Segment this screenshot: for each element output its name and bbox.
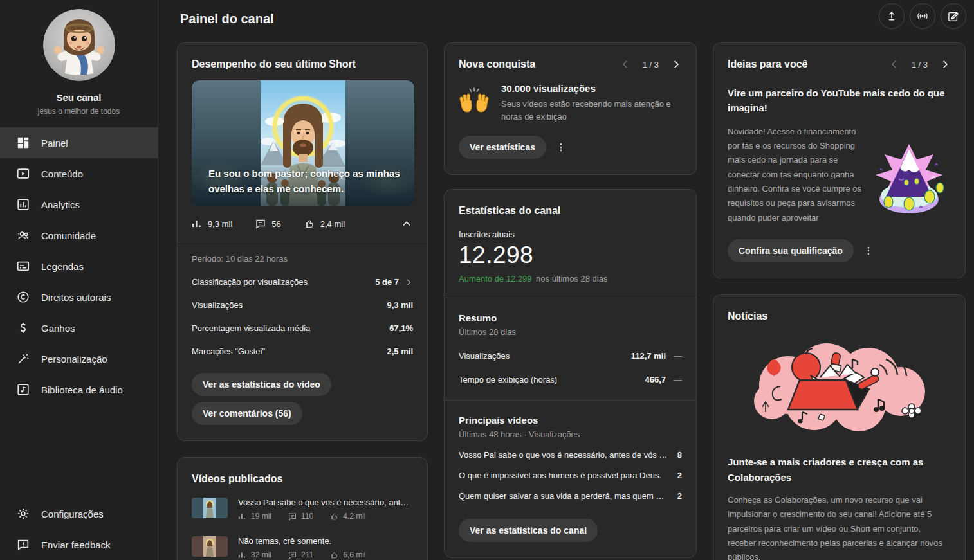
kebab-menu-icon <box>555 141 567 153</box>
top-video-row-3[interactable]: Quem quiser salvar a sua vida a perderá,… <box>459 491 682 501</box>
check-eligibility-button[interactable]: Confira sua qualificação <box>728 239 854 262</box>
achievement-menu-button[interactable] <box>555 141 567 153</box>
short-comments-stat: 56 <box>255 219 280 229</box>
create-icon <box>947 10 960 23</box>
views-icon <box>238 512 246 521</box>
top-video-row-2[interactable]: O que é impossível aos homens é possível… <box>459 471 682 480</box>
news-title: Notícias <box>728 311 951 322</box>
sidebar-item-comunidade[interactable]: Comunidade <box>0 220 158 251</box>
sidebar-item-legendas[interactable]: Legendas <box>0 251 158 282</box>
sidebar-item-label: Enviar feedback <box>41 539 111 550</box>
sidebar-item-conteudo[interactable]: Conteúdo <box>0 158 158 189</box>
top-video-title: Vosso Pai sabe o que vos é necessário, a… <box>459 450 668 460</box>
trend-sparkline: — <box>674 351 682 361</box>
video-info: Não temas, crê somente. 32 mil <box>238 536 383 559</box>
latest-short-card: Desempenho do seu último Short <box>177 42 428 441</box>
short-period: Período: 10 dias 22 horas <box>192 254 413 264</box>
sidebar-item-biblioteca-audio[interactable]: Biblioteca de áudio <box>0 374 158 405</box>
sidebar-item-ganhos[interactable]: Ganhos <box>0 312 158 343</box>
subtitles-icon <box>15 258 31 274</box>
sidebar-item-painel[interactable]: Painel <box>0 127 158 158</box>
top-videos-period: Últimas 48 horas · Visualizações <box>459 429 682 439</box>
news-heading: Junte-se a mais criadores e cresça com a… <box>728 455 940 485</box>
channel-avatar[interactable] <box>43 9 115 81</box>
published-video-row-1[interactable]: Vosso Pai sabe o que vos é necessário, a… <box>192 498 413 521</box>
top-video-row-1[interactable]: Vosso Pai sabe o que vos é necessário, a… <box>459 450 682 460</box>
ideas-menu-button[interactable] <box>863 245 874 257</box>
sidebar-item-label: Configurações <box>41 509 104 519</box>
sidebar-item-personalizacao[interactable]: Personalização <box>0 343 158 374</box>
channel-handle: jesus o melhor de todos <box>0 107 158 116</box>
summary-row-views: Visualizações 112,7 mil — <box>459 351 682 361</box>
summary-value: 466,7 <box>645 375 666 384</box>
latest-short-title: Desempenho do seu último Short <box>192 59 413 70</box>
upload-video-button[interactable] <box>879 3 905 29</box>
short-thumbnail[interactable]: Eu sou o bom pastor; conheço as minhas o… <box>192 80 414 206</box>
subscribers-growth: Aumento de 12.299 nos últimos 28 dias <box>459 274 682 284</box>
pager-prev-button[interactable] <box>620 59 631 70</box>
channel-avatar-image <box>43 9 115 81</box>
upload-icon <box>885 10 898 23</box>
like-icon <box>304 219 315 229</box>
video-title[interactable]: Vosso Pai sabe o que vos é necessário, a… <box>238 498 413 507</box>
metric-label: Visualizações <box>192 300 243 310</box>
pager-prev-button[interactable] <box>888 59 900 70</box>
short-caption: Eu sou o bom pastor; conheço as minhas o… <box>208 166 405 197</box>
metric-row-likes: Marcações "Gostei" 2,5 mil <box>192 347 413 356</box>
column-3: Ideias para você 1 / 3 <box>713 42 966 560</box>
sidebar-item-label: Ganhos <box>41 323 75 334</box>
sidebar-item-label: Comunidade <box>41 230 96 241</box>
achievement-actions: Ver estatísticas <box>459 136 682 159</box>
growth-highlight: Aumento de 12.299 <box>459 274 531 284</box>
channel-name: Seu canal <box>0 92 158 103</box>
achievement-description: Seus vídeos estão recebendo mais atenção… <box>501 98 681 123</box>
video-stats-button[interactable]: Ver as estatísticas do vídeo <box>192 373 331 396</box>
collapse-button[interactable] <box>400 217 413 230</box>
video-mini-stats: 32 mil 211 <box>238 550 383 559</box>
sidebar-item-configuracoes[interactable]: Configurações <box>0 498 158 529</box>
sidebar-item-analytics[interactable]: Analytics <box>0 189 158 220</box>
video-title[interactable]: Não temas, crê somente. <box>238 536 383 546</box>
community-icon <box>15 228 31 243</box>
short-comments-value: 56 <box>271 219 280 229</box>
go-live-button[interactable] <box>910 3 935 29</box>
sidebar-item-enviar-feedback[interactable]: Enviar feedback <box>0 529 158 560</box>
metric-value: 67,1% <box>389 323 413 333</box>
top-video-title: Quem quiser salvar a sua vida a perderá,… <box>459 491 668 501</box>
analytics-icon <box>15 197 31 212</box>
top-video-views: 8 <box>677 450 682 460</box>
app-root: Seu canal jesus o melhor de todos Painel <box>0 0 974 560</box>
chevron-right-icon <box>404 278 413 287</box>
published-video-row-2[interactable]: Não temas, crê somente. 32 mil <box>192 536 413 559</box>
audio-library-icon <box>15 382 31 397</box>
pager-next-button[interactable] <box>939 59 951 70</box>
short-views-value: 9,3 mil <box>208 219 232 229</box>
like-icon <box>330 551 338 559</box>
raising-hands-icon <box>459 86 490 116</box>
video-likes-value: 6,6 mil <box>343 550 365 559</box>
monetization-illustration <box>869 143 950 226</box>
column-2: Nova conquista 1 / 3 <box>444 42 697 560</box>
channel-analytics-button[interactable]: Ver as estatísticas do canal <box>459 519 598 542</box>
dashboard-columns: Desempenho do seu último Short <box>177 42 974 560</box>
sidebar-item-direitos-autorais[interactable]: Direitos autorais <box>0 282 158 312</box>
views-icon <box>238 551 246 559</box>
pager-next-button[interactable] <box>670 59 682 70</box>
kebab-menu-icon <box>863 245 874 257</box>
metric-label: Marcações "Gostei" <box>192 347 265 356</box>
video-comments-stat: 211 <box>288 550 313 559</box>
settings-icon <box>15 506 31 521</box>
divider <box>445 298 696 298</box>
ideas-pager: 1 / 3 <box>888 59 951 70</box>
metric-row-avg-percentage: Porcentagem visualizada média 67,1% <box>192 323 413 333</box>
metric-row-ranking[interactable]: Classificação por visualizações 5 de 7 <box>192 277 413 287</box>
divider <box>445 400 696 401</box>
top-video-views: 2 <box>677 491 682 501</box>
copyright-icon <box>15 289 31 305</box>
view-stats-button[interactable]: Ver estatísticas <box>459 136 546 159</box>
view-comments-button[interactable]: Ver comentários (56) <box>192 402 302 425</box>
views-icon <box>192 219 202 229</box>
ideas-content: Novidade! Acesse o financiamento por fãs… <box>728 125 951 226</box>
channel-stats-title: Estatísticas do canal <box>459 205 682 217</box>
create-button[interactable] <box>941 3 966 29</box>
